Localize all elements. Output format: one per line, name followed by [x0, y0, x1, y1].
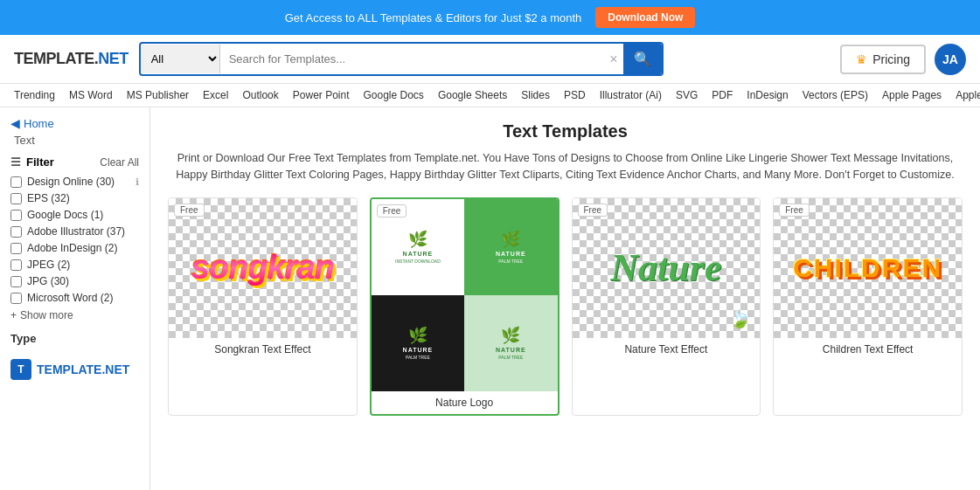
- nav-item-googledocs[interactable]: Google Docs: [364, 89, 424, 101]
- filter-label: ☰ Filter: [10, 155, 54, 169]
- card-badge-nature-free: Free: [377, 204, 407, 217]
- checkbox-google-docs: Google Docs (1): [10, 209, 139, 221]
- template-card-songkran[interactable]: Free songkran Songkran Text Effect: [168, 197, 358, 416]
- logo[interactable]: TEMPLATE.NET: [14, 50, 129, 68]
- nav-item-psd[interactable]: PSD: [564, 89, 586, 101]
- sidebar: ◀ Home Text ☰ Filter Clear All Design On…: [0, 107, 150, 490]
- avatar-initials: JA: [942, 52, 958, 66]
- nature-grid: 🌿 NATURE INSTANT DOWNLOAD 🌿 NATURE PALM …: [372, 199, 558, 391]
- search-clear-button[interactable]: ×: [604, 52, 622, 67]
- type-section-label: Type: [10, 332, 139, 345]
- search-wrapper: All MS Word PDF × 🔍: [139, 42, 664, 76]
- pricing-button[interactable]: ♛ Pricing: [840, 45, 926, 74]
- nav-item-illustrator[interactable]: Illustrator (Ai): [600, 89, 662, 101]
- search-input[interactable]: [220, 45, 605, 72]
- search-button[interactable]: 🔍: [623, 44, 662, 74]
- nav-item-trending[interactable]: Trending: [14, 89, 55, 101]
- nav-item-outlook[interactable]: Outlook: [242, 89, 278, 101]
- card-image-children: Free CHILDREN: [774, 198, 962, 338]
- card-image-songkran: Free songkran: [169, 198, 357, 338]
- sidebar-back[interactable]: ◀ Home: [10, 116, 139, 130]
- logo-net: NET: [98, 50, 129, 67]
- info-icon[interactable]: ℹ: [136, 176, 139, 188]
- card-badge-nature-effect: Free: [578, 204, 608, 217]
- search-icon: 🔍: [634, 52, 651, 66]
- checkbox-design-online: Design Online (30) ℹ: [10, 176, 139, 188]
- header: TEMPLATE.NET All MS Word PDF × 🔍 ♛ Prici…: [0, 35, 980, 84]
- checkbox-msword: Microsoft Word (2): [10, 292, 139, 304]
- songkran-text-display: songkran: [191, 249, 334, 286]
- nav-item-slides[interactable]: Slides: [521, 89, 550, 101]
- download-now-button[interactable]: Download Now: [595, 7, 695, 28]
- nature-sub-green: 🌿 NATURE PALM TREE: [464, 199, 557, 295]
- crown-icon: ♛: [856, 52, 867, 66]
- main-layout: ◀ Home Text ☰ Filter Clear All Design On…: [0, 107, 980, 490]
- checkbox-design-online-label: Design Online (30): [27, 176, 115, 188]
- checkbox-google-docs-input[interactable]: [10, 210, 22, 221]
- filter-icon: ☰: [10, 155, 21, 169]
- nav-item-applenumbers[interactable]: Apple Numbers: [956, 89, 980, 101]
- pricing-label: Pricing: [872, 52, 910, 66]
- user-avatar[interactable]: JA: [935, 44, 966, 75]
- nature-effect-display: Nature: [610, 245, 721, 290]
- leaf-icon-1: 🌿: [408, 230, 427, 249]
- checkbox-jpeg-input[interactable]: [10, 259, 22, 271]
- template-card-nature-logo[interactable]: Free 🌿 NATURE INSTANT DOWNLOAD 🌿 NATURE …: [370, 197, 560, 416]
- card-badge-children: Free: [779, 204, 810, 217]
- banner-text: Get Access to ALL Templates & Editors fo…: [285, 11, 582, 24]
- checkbox-indesign-label: Adobe InDesign (2): [27, 242, 117, 254]
- leaf-decoration: 🍃: [729, 308, 751, 329]
- card-label-nature-logo: Nature Logo: [372, 391, 558, 414]
- card-image-nature-effect: Free Nature 🍃: [573, 198, 761, 338]
- nav-item-powerpoint[interactable]: Power Point: [293, 89, 350, 101]
- page-description: Print or Download Our Free Text Template…: [172, 150, 959, 183]
- search-category-dropdown[interactable]: All MS Word PDF: [141, 45, 220, 73]
- clear-all-button[interactable]: Clear All: [100, 156, 139, 169]
- nav-item-indesign[interactable]: InDesign: [747, 89, 788, 101]
- nature-sub-light-green: 🌿 NATURE PALM TREE: [464, 295, 557, 391]
- checkbox-illustrator: Adobe Illustrator (37): [10, 225, 139, 238]
- sidebar-bottom-logo: T TEMPLATE.NET: [10, 359, 139, 380]
- nav-item-pdf[interactable]: PDF: [712, 89, 733, 101]
- card-label-songkran: Songkran Text Effect: [169, 338, 357, 361]
- show-more-label: Show more: [20, 309, 73, 321]
- back-arrow-icon: ◀: [10, 116, 20, 130]
- template-card-nature-effect[interactable]: Free Nature 🍃 Nature Text Effect: [572, 197, 761, 416]
- checkbox-illustrator-input[interactable]: [10, 226, 22, 238]
- show-more-button[interactable]: + Show more: [10, 309, 139, 321]
- header-right: ♛ Pricing JA: [840, 44, 966, 75]
- checkbox-indesign-input[interactable]: [10, 243, 22, 254]
- template-card-children[interactable]: Free CHILDREN Children Text Effect: [773, 197, 963, 416]
- nature-sub-dark: 🌿 NATURE PALM TREE: [372, 295, 464, 391]
- checkbox-jpg-label: JPG (30): [27, 275, 69, 287]
- checkbox-design-online-input[interactable]: [10, 176, 22, 188]
- checkbox-indesign: Adobe InDesign (2): [10, 242, 139, 254]
- page-title: Text Templates: [168, 121, 963, 141]
- card-label-nature-effect: Nature Text Effect: [573, 338, 761, 361]
- content-area: Text Templates Print or Download Our Fre…: [150, 107, 980, 490]
- nav-item-mspublisher[interactable]: MS Publisher: [127, 89, 189, 101]
- checkbox-eps-label: EPS (32): [27, 192, 70, 204]
- sidebar-filter-row: ☰ Filter Clear All: [10, 155, 139, 169]
- nav-bar: Trending MS Word MS Publisher Excel Outl…: [0, 84, 980, 107]
- nav-item-applepages[interactable]: Apple Pages: [882, 89, 942, 101]
- checkbox-msword-label: Microsoft Word (2): [27, 292, 113, 304]
- template-grid: Free songkran Songkran Text Effect Free …: [168, 197, 963, 416]
- sidebar-current: Text: [10, 134, 139, 147]
- checkbox-google-docs-label: Google Docs (1): [27, 209, 103, 221]
- card-label-children: Children Text Effect: [774, 338, 962, 361]
- nav-item-googlesheets[interactable]: Google Sheets: [438, 89, 507, 101]
- nav-item-msword[interactable]: MS Word: [69, 89, 113, 101]
- checkbox-illustrator-label: Adobe Illustrator (37): [27, 225, 125, 238]
- checkbox-msword-input[interactable]: [10, 293, 22, 304]
- card-badge-free: Free: [174, 204, 205, 217]
- sidebar-back-label: Home: [24, 117, 54, 130]
- nav-item-svg[interactable]: SVG: [676, 89, 698, 101]
- card-image-nature-logo: Free 🌿 NATURE INSTANT DOWNLOAD 🌿 NATURE …: [372, 199, 558, 391]
- checkbox-jpg-input[interactable]: [10, 276, 22, 287]
- checkbox-eps: EPS (32): [10, 192, 139, 204]
- nav-item-excel[interactable]: Excel: [203, 89, 228, 101]
- plus-icon: +: [10, 309, 17, 321]
- checkbox-eps-input[interactable]: [10, 193, 22, 204]
- nav-item-vectors[interactable]: Vectors (EPS): [803, 89, 868, 101]
